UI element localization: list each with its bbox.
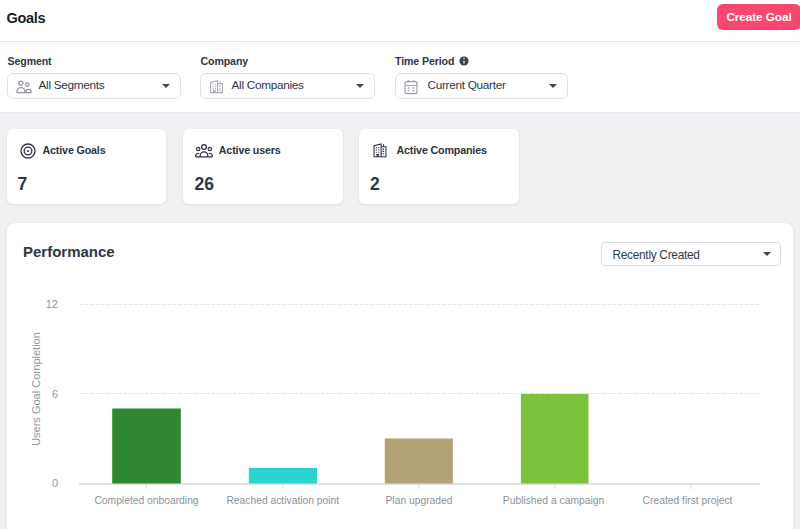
svg-text:6: 6 [52, 388, 58, 400]
svg-text:0: 0 [52, 477, 58, 489]
svg-text:Plan upgraded: Plan upgraded [386, 495, 453, 506]
svg-text:Users Goal Completion: Users Goal Completion [30, 332, 42, 446]
svg-text:Reached activation point: Reached activation point [226, 495, 339, 506]
svg-text:Published a campaign: Published a campaign [503, 495, 605, 506]
svg-text:Completed onboarding: Completed onboarding [94, 495, 198, 506]
svg-text:12: 12 [46, 298, 58, 310]
svg-text:Created first project: Created first project [643, 495, 733, 506]
